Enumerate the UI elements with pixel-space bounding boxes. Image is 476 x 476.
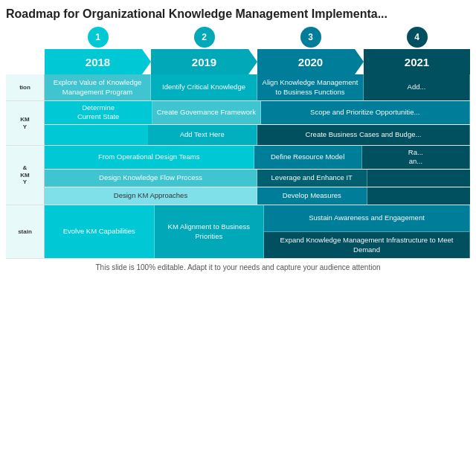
cell-resource: Define Resource Model bbox=[254, 146, 362, 169]
year-circle-4: 4 bbox=[407, 27, 428, 48]
cell-measures: Develop Measures bbox=[257, 187, 367, 205]
cell-tion-4: Add... bbox=[364, 74, 470, 100]
year-arrow-3: 2020 bbox=[257, 49, 364, 74]
cell-sustain: Sustain Awareness and Engagement bbox=[264, 205, 470, 232]
cell-flowprocess: Design Knowledge Flow Process bbox=[45, 170, 257, 187]
cell-expand: Expand Knowledge Management Infrastructu… bbox=[264, 232, 470, 258]
year-col-3: 3 2020 bbox=[257, 27, 364, 74]
row-content-stain: Evolve KM Capabilities KM Alignment to B… bbox=[45, 205, 470, 258]
km-subrow-1: DetermineCurrent State Create Governance… bbox=[45, 101, 470, 125]
cell-opdesign: From Operational Design Teams bbox=[45, 146, 254, 169]
cell-km-align: KM Alignment to Business Priorities bbox=[155, 205, 265, 258]
row-label-km-y2: &KMY bbox=[6, 146, 45, 205]
row-stain: stain Evolve KM Capabilities KM Alignmen… bbox=[6, 205, 470, 259]
footer-text: This slide is 100% editable. Adapt it to… bbox=[6, 263, 470, 271]
cell-governance: Create Governance Framework bbox=[152, 101, 260, 124]
page-title: Roadmap for Organizational Knowledge Man… bbox=[6, 7, 470, 21]
cell-leverage: Leverage and Enhance IT bbox=[257, 170, 367, 187]
page: Roadmap for Organizational Knowledge Man… bbox=[0, 0, 476, 476]
row-content-tion: Explore Value of Knowledge Management Pr… bbox=[45, 74, 470, 100]
cell-ra-mid bbox=[367, 170, 471, 187]
year-col-4: 4 2021 bbox=[364, 27, 470, 74]
year-arrow-2: 2019 bbox=[151, 49, 257, 74]
row-content-km-y: DetermineCurrent State Create Governance… bbox=[45, 101, 470, 145]
km2-subrow-2: Design Knowledge Flow Process Leverage a… bbox=[45, 170, 470, 187]
row-label-km-y: KMY bbox=[6, 101, 45, 145]
cell-determine: DetermineCurrent State bbox=[45, 101, 152, 124]
row-tion: tion Explore Value of Knowledge Manageme… bbox=[6, 74, 470, 101]
cell-tion-1: Explore Value of Knowledge Management Pr… bbox=[45, 74, 151, 100]
cell-determine-bottom bbox=[45, 125, 148, 145]
year-circle-3: 3 bbox=[300, 27, 321, 48]
cell-addtext: Add Text Here bbox=[148, 125, 258, 145]
timeline-header: 1 2018 2 2019 3 2020 4 2021 bbox=[6, 27, 470, 74]
cell-business-cases: Create Business Cases and Budge... bbox=[257, 125, 470, 145]
km2-subrow-3: Design KM Approaches Develop Measures bbox=[45, 187, 470, 205]
year-arrow-4: 2021 bbox=[364, 49, 470, 74]
cell-approaches: Design KM Approaches bbox=[45, 187, 257, 205]
year-col-2: 2 2019 bbox=[151, 27, 257, 74]
km2-subrow-1: From Operational Design Teams Define Res… bbox=[45, 146, 470, 170]
cell-tion-2: Identify Critical Knowledge bbox=[151, 74, 257, 100]
year-col-1: 1 2018 bbox=[45, 27, 151, 74]
cell-tion-3: Align Knowledge Management to Business F… bbox=[257, 74, 364, 100]
row-km-y2: &KMY From Operational Design Teams Defin… bbox=[6, 146, 470, 205]
cell-scope: Scope and Prioritize Opportunitie... bbox=[261, 101, 471, 124]
km-subrow-2: Add Text Here Create Business Cases and … bbox=[45, 125, 470, 145]
row-km-y: KMY DetermineCurrent State Create Govern… bbox=[6, 101, 470, 146]
row-content-km-y2: From Operational Design Teams Define Res… bbox=[45, 146, 470, 205]
row-label-stain: stain bbox=[6, 205, 45, 258]
year-circle-2: 2 bbox=[194, 27, 215, 48]
year-circle-1: 1 bbox=[88, 27, 109, 48]
cell-ra-bot bbox=[367, 187, 471, 205]
year-arrow-1: 2018 bbox=[45, 49, 151, 74]
cell-stain-right: Sustain Awareness and Engagement Expand … bbox=[264, 205, 470, 258]
cell-evolve: Evolve KM Capabilities bbox=[45, 205, 155, 258]
cell-ra: Ra...an... bbox=[362, 146, 470, 169]
row-label-tion: tion bbox=[6, 74, 45, 100]
